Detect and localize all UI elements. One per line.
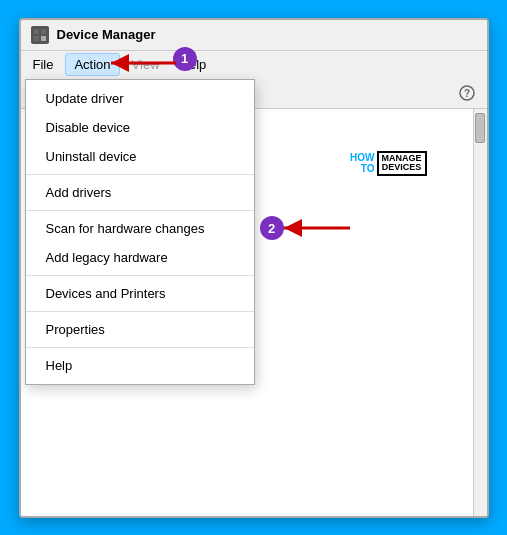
title-bar: Device Manager — [21, 20, 487, 51]
menu-add-legacy[interactable]: Add legacy hardware — [26, 243, 254, 272]
menu-update-driver[interactable]: Update driver — [26, 84, 254, 113]
svg-rect-0 — [34, 29, 39, 34]
annotation-1: 1 — [173, 47, 197, 71]
annotation-2: 2 — [260, 216, 284, 240]
separator-3 — [26, 275, 254, 276]
window-icon — [31, 26, 49, 44]
menu-devices-printers[interactable]: Devices and Printers — [26, 279, 254, 308]
help-toolbar-btn[interactable]: ? — [455, 81, 479, 105]
svg-rect-1 — [41, 29, 46, 34]
menu-scan-hardware[interactable]: Scan for hardware changes 2 — [26, 214, 254, 243]
separator-5 — [26, 347, 254, 348]
menu-add-drivers[interactable]: Add drivers — [26, 178, 254, 207]
menu-file[interactable]: File — [25, 54, 62, 75]
menu-disable-device[interactable]: Disable device — [26, 113, 254, 142]
action-dropdown: Update driver Disable device Uninstall d… — [25, 79, 255, 385]
scrollbar[interactable] — [473, 109, 487, 516]
svg-text:?: ? — [463, 88, 469, 99]
device-manager-window: Device Manager File Action View Help 1 — [19, 18, 489, 518]
menu-action[interactable]: Action — [65, 53, 119, 76]
svg-rect-2 — [34, 36, 39, 41]
menu-help[interactable]: Help — [26, 351, 254, 380]
separator-2 — [26, 210, 254, 211]
svg-rect-3 — [41, 36, 46, 41]
menu-bar: File Action View Help — [21, 51, 487, 78]
menu-uninstall-device[interactable]: Uninstall device — [26, 142, 254, 171]
window-title: Device Manager — [57, 27, 156, 42]
separator-4 — [26, 311, 254, 312]
menu-view[interactable]: View — [124, 54, 168, 75]
scrollbar-thumb[interactable] — [475, 113, 485, 143]
menu-properties[interactable]: Properties — [26, 315, 254, 344]
separator-1 — [26, 174, 254, 175]
